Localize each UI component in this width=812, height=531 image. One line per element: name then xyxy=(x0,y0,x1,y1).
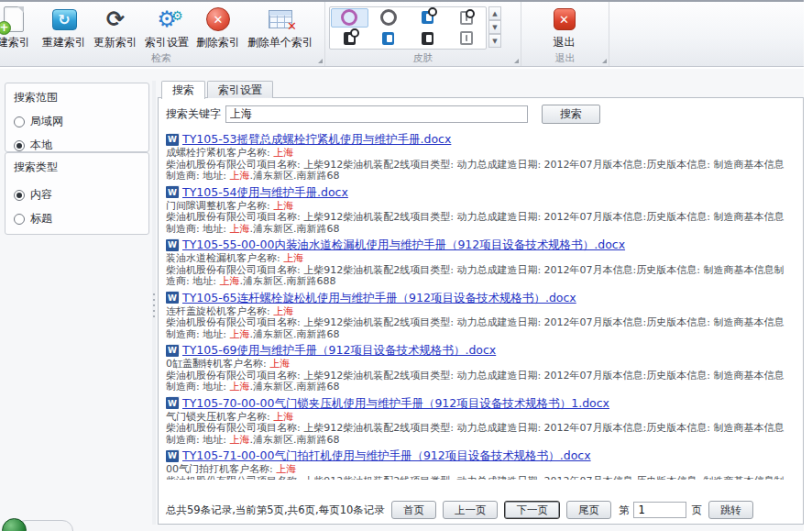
update-index-icon: ⟳ xyxy=(101,6,130,33)
radio-option-lan[interactable]: 局域网 xyxy=(5,107,148,131)
result-snippet: 成螺栓拧紧机客户名称: 上海 柴油机股份有限公司项目名称: 上柴912柴油机装配… xyxy=(166,148,796,183)
taskbar-pill[interactable] xyxy=(2,518,75,531)
page-number-input[interactable] xyxy=(633,502,686,518)
ribbon-group-skin: ▲ ▼ ▼ 皮肤 xyxy=(325,2,521,66)
dialog-launcher-icon[interactable] xyxy=(514,59,519,63)
result-title-row: W TY105-71-00-00气门拍打机使用与维护手册（912项目设备技术规格… xyxy=(166,448,796,463)
result-link[interactable]: TY105-70-00-00气门锁夹压机使用与维护手册（912项目设备技术规格书… xyxy=(182,396,609,411)
tab-index-settings[interactable]: 索引设置 xyxy=(207,81,273,98)
search-scope-groupbox: 搜索范围 局域网 本地 xyxy=(5,83,149,152)
skin-office-outline-clock[interactable] xyxy=(448,8,486,28)
skin-office-blue[interactable] xyxy=(370,29,408,49)
result-link[interactable]: TY105-53摇臂总成螺栓拧紧机使用与维护手册.docx xyxy=(182,132,451,147)
exit-button[interactable]: ✕ 退出 xyxy=(540,3,589,51)
result-snippet: 气门锁夹压机客户名称: 上海 柴油机股份有限公司项目名称: 上柴912柴油机装配… xyxy=(166,412,796,447)
gears-icon: ⚙⚙ xyxy=(152,6,181,33)
pagination-bar: 总共59条记录,当前第5页,共6页,每页10条记录 首页 上一页 下一页 尾页 … xyxy=(166,501,753,519)
create-index-icon: + xyxy=(0,6,28,33)
result-link[interactable]: TY105-69使用与维护手册（912项目设备技术规格书）.docx xyxy=(182,343,496,358)
dialog-launcher-icon[interactable] xyxy=(602,59,607,63)
skin-ring-gray[interactable] xyxy=(370,8,408,28)
gallery-more-icon[interactable]: ▼ xyxy=(488,34,501,48)
gallery-up-icon[interactable]: ▲ xyxy=(488,6,501,20)
word-doc-icon: W xyxy=(166,186,179,198)
prev-page-button[interactable]: 上一页 xyxy=(443,501,499,519)
highlight-keyword: 上海 xyxy=(229,434,249,446)
ribbon-spacer xyxy=(609,2,804,66)
result-item: W TY105-54使用与维护手册.docx 门间隙调整机客户名称: 上海 柴油… xyxy=(166,185,796,236)
skin-office-black[interactable] xyxy=(409,29,446,49)
delete-single-index-label: 删除单个索引 xyxy=(247,35,313,50)
delete-single-index-button[interactable]: ✕ 删除单个索引 xyxy=(244,3,317,51)
delete-index-icon: ✕ xyxy=(203,6,233,33)
radio-icon[interactable] xyxy=(14,116,25,127)
exit-label: 退出 xyxy=(554,35,576,50)
radio-icon[interactable] xyxy=(14,214,25,225)
delete-index-button[interactable]: ✕ 删除索引 xyxy=(192,3,244,51)
ribbon-group-index-caption: 检索 xyxy=(0,52,323,66)
skin-ring-violet[interactable] xyxy=(331,8,368,28)
radio-option-content[interactable]: 内容 xyxy=(5,181,148,205)
rebuild-index-icon: ↻ xyxy=(49,6,79,33)
radio-option-title[interactable]: 标题 xyxy=(5,205,148,228)
result-item: W TY105-71-00-00气门拍打机使用与维护手册（912项目设备技术规格… xyxy=(166,448,796,480)
skin-office-blue-clock[interactable] xyxy=(409,8,446,28)
rebuild-index-button[interactable]: ↻ 重建索引 xyxy=(38,3,90,51)
ribbon-group-exit: ✕ 退出 退出 xyxy=(521,2,609,66)
word-doc-icon: W xyxy=(166,450,179,462)
result-link[interactable]: TY105-55-00-00内装油水道检漏机使用与维护手册（912项目设备技术规… xyxy=(182,238,625,252)
result-item: W TY105-69使用与维护手册（912项目设备技术规格书）.docx 0缸盖… xyxy=(166,343,796,393)
search-button[interactable]: 搜索 xyxy=(542,105,600,124)
result-link[interactable]: TY105-54使用与维护手册.docx xyxy=(182,185,348,200)
result-title-row: W TY105-69使用与维护手册（912项目设备技术规格书）.docx xyxy=(166,343,796,358)
dialog-launcher-icon[interactable] xyxy=(318,59,323,63)
search-scope-title: 搜索范围 xyxy=(5,83,148,107)
result-link[interactable]: TY105-71-00-00气门拍打机使用与维护手册（912项目设备技术规格书）… xyxy=(182,448,591,463)
rebuild-index-label: 重建索引 xyxy=(42,35,86,50)
result-snippet: 门间隙调整机客户名称: 上海 柴油机股份有限公司项目名称: 上柴912柴油机装配… xyxy=(166,201,796,236)
radio-icon[interactable] xyxy=(14,140,25,151)
plus-icon: + xyxy=(0,21,11,35)
gallery-down-icon[interactable]: ▼ xyxy=(488,20,501,34)
result-snippet: 装油水道检漏机客户名称: 上海 柴油机股份有限公司项目名称: 上柴912柴油机装… xyxy=(166,253,796,288)
skin-office-black-clock[interactable] xyxy=(331,29,368,49)
search-bar: 搜索关键字 搜索 xyxy=(159,98,803,127)
highlight-keyword: 上海 xyxy=(273,411,293,423)
highlight-keyword: 上海 xyxy=(229,328,249,340)
result-link[interactable]: TY105-65连杆螺栓旋松机使用与维护手册（912项目设备技术规格书）.doc… xyxy=(182,291,576,305)
results-list: W TY105-53摇臂总成螺栓拧紧机使用与维护手册.docx 成螺栓拧紧机客户… xyxy=(159,127,803,480)
update-index-button[interactable]: ⟳ 更新索引 xyxy=(90,3,141,51)
word-doc-icon: W xyxy=(166,397,179,409)
ribbon-group-skin-caption: 皮肤 xyxy=(325,52,521,66)
search-keyword-input[interactable] xyxy=(225,105,528,123)
delete-index-label: 删除索引 xyxy=(196,35,240,50)
next-page-button[interactable]: 下一页 xyxy=(504,501,560,519)
page-label-pre: 第 xyxy=(619,503,630,517)
result-title-row: W TY105-55-00-00内装油水道检漏机使用与维护手册（912项目设备技… xyxy=(166,238,796,252)
create-index-button[interactable]: + 建索引 xyxy=(0,3,38,51)
last-page-button[interactable]: 尾页 xyxy=(566,501,611,519)
radio-icon[interactable] xyxy=(14,190,25,201)
tab-search[interactable]: 搜索 xyxy=(161,81,205,99)
first-page-button[interactable]: 首页 xyxy=(391,501,436,519)
word-doc-icon: W xyxy=(166,345,179,357)
search-results-panel: 搜索 索引设置 搜索关键字 搜索 W TY105-53摇臂总成螺栓拧紧机使用与维… xyxy=(158,97,804,525)
jump-button[interactable]: 跳转 xyxy=(708,501,753,519)
result-title-row: W TY105-65连杆螺栓旋松机使用与维护手册（912项目设备技术规格书）.d… xyxy=(166,291,796,305)
highlight-keyword: 上海 xyxy=(273,305,293,317)
ribbon-group-exit-caption: 退出 xyxy=(521,52,609,66)
search-keyword-label: 搜索关键字 xyxy=(166,106,221,122)
update-index-label: 更新索引 xyxy=(93,35,137,50)
radio-label-local: 本地 xyxy=(30,138,52,153)
create-index-label: 建索引 xyxy=(0,35,30,50)
highlight-keyword: 上海 xyxy=(273,147,293,159)
panel-splitter[interactable] xyxy=(152,81,156,525)
highlight-keyword: 上海 xyxy=(273,200,293,212)
result-item: W TY105-53摇臂总成螺栓拧紧机使用与维护手册.docx 成螺栓拧紧机客户… xyxy=(166,132,796,183)
result-snippet: 连杆盖旋松机客户名称: 上海 柴油机股份有限公司项目名称: 上柴912柴油机装配… xyxy=(166,306,796,341)
skin-office-gray[interactable] xyxy=(448,29,486,49)
ribbon-toolbar: + 建索引 ↻ 重建索引 ⟳ 更新索引 ⚙⚙ 索引设置 xyxy=(0,0,804,67)
highlight-keyword: 上海 xyxy=(269,358,290,370)
index-settings-button[interactable]: ⚙⚙ 索引设置 xyxy=(141,3,192,51)
grid-delete-icon: ✕ xyxy=(266,6,295,33)
